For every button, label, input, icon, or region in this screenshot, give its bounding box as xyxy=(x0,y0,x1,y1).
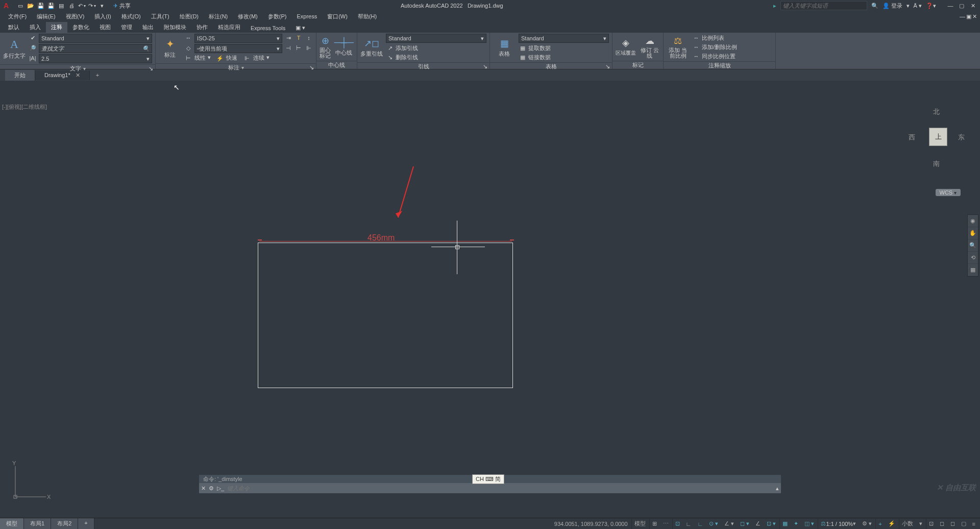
ime-indicator[interactable]: CH ⌨ 简 xyxy=(472,474,504,484)
new-icon[interactable]: ▭ xyxy=(16,2,24,10)
dimension-text[interactable]: 456mm xyxy=(368,233,395,243)
viewport-label[interactable]: [-][俯视][二维线框] xyxy=(2,103,47,111)
dim-i2-icon[interactable]: T xyxy=(295,34,303,42)
status-full-icon[interactable]: ◻ xyxy=(948,519,958,529)
dim-i4-icon[interactable]: ⊣ xyxy=(284,44,292,52)
rectangle-object[interactable] xyxy=(258,243,513,388)
modeltab-add[interactable]: + xyxy=(78,518,94,529)
text-height-dropdown[interactable]: 2.5▾ xyxy=(39,54,152,63)
modeltab-model[interactable]: 模型 xyxy=(0,518,24,529)
panel-label-leader[interactable]: 引线↘ xyxy=(357,62,489,70)
ribbon-tab-collaborate[interactable]: 协作 xyxy=(191,22,213,33)
drawing-viewport[interactable]: [-][俯视][二维线框] ↖ 456mm 北 西 东 南 上 WCS ▾ ◉ … xyxy=(0,102,980,506)
dim-i1-icon[interactable]: ⇥ xyxy=(284,34,292,42)
status-sel-icon[interactable]: ▦ xyxy=(779,519,790,529)
close-button[interactable]: ✕ xyxy=(968,2,978,10)
modeltab-layout1[interactable]: 布局1 xyxy=(24,518,51,529)
status-qs-icon[interactable]: ⊡ xyxy=(926,519,936,529)
app-logo-icon[interactable]: A xyxy=(2,2,10,10)
nav-pan-icon[interactable]: ✋ xyxy=(968,227,978,239)
remove-leader-icon[interactable]: ↘ xyxy=(386,53,394,61)
menu-parametric[interactable]: 参数(P) xyxy=(263,12,292,21)
ribbon-tab-default[interactable]: 默认 xyxy=(3,22,24,33)
status-ann2-icon[interactable]: ⚡ xyxy=(886,519,898,529)
status-more-icon[interactable]: ⋯ xyxy=(660,519,671,529)
status-ann-icon[interactable]: + xyxy=(875,519,884,529)
link-button[interactable]: 链接数据 xyxy=(528,54,551,60)
search-arrow-icon[interactable]: ▸ xyxy=(773,3,776,9)
ribbon-tab-output[interactable]: 输出 xyxy=(137,22,159,33)
remove-leader-button[interactable]: 删除引线 xyxy=(396,54,418,60)
menu-window[interactable]: 窗口(W) xyxy=(322,12,353,21)
share-button[interactable]: ✈ 共享 xyxy=(113,2,131,10)
quick-icon[interactable]: ⚡ xyxy=(216,54,224,62)
linear-button[interactable]: 线性 xyxy=(194,54,206,62)
extract-icon[interactable]: ▦ xyxy=(519,44,527,52)
continue-button[interactable]: 连续 xyxy=(253,54,264,62)
redo-icon[interactable]: ↷▾ xyxy=(88,2,96,10)
linear-icon[interactable]: ⊢ xyxy=(184,54,192,62)
status-trans-icon[interactable]: ⊡ ▾ xyxy=(764,519,778,529)
viewcube-top[interactable]: 上 xyxy=(929,128,947,146)
menu-edit[interactable]: 编辑(E) xyxy=(32,12,61,21)
mleader-button[interactable]: ↗◻多重引线 xyxy=(360,38,383,58)
panel-label-dim[interactable]: 标注 ▾↘ xyxy=(156,63,316,71)
cmd-up-icon[interactable]: ▴ xyxy=(776,485,779,492)
menu-insert[interactable]: 插入(I) xyxy=(89,12,116,21)
minimize-button[interactable]: — xyxy=(945,2,955,10)
search-input[interactable] xyxy=(780,1,867,10)
nav-showmotion-icon[interactable]: ▦ xyxy=(968,264,978,276)
centerline-button[interactable]: ─┼─中心线 xyxy=(334,37,354,57)
status-polar-icon[interactable]: ⊙ ▾ xyxy=(706,519,721,529)
centermark-button[interactable]: ⊕圆心 标记 xyxy=(320,35,331,59)
undo-icon[interactable]: ↶▾ xyxy=(78,2,86,10)
status-clean-icon[interactable]: ▢ xyxy=(959,519,969,529)
leader-style-dropdown[interactable]: Standard▾ xyxy=(386,34,486,43)
status-decimal[interactable]: 小数 xyxy=(899,519,916,529)
sync-button[interactable]: 同步比例位置 xyxy=(702,53,736,59)
command-input[interactable] xyxy=(227,485,773,491)
menu-express[interactable]: Express xyxy=(291,12,322,20)
panel-label-table[interactable]: 表格↘ xyxy=(490,62,612,70)
table-button[interactable]: ▦表格 xyxy=(493,38,516,58)
menu-draw[interactable]: 绘图(D) xyxy=(175,12,204,21)
app-menu-1-icon[interactable]: ▾ xyxy=(906,3,910,9)
save-icon[interactable]: 💾 xyxy=(37,2,45,10)
status-lw-icon[interactable]: ∠ xyxy=(753,519,763,529)
menu-tools[interactable]: 工具(T) xyxy=(146,12,175,21)
status-dyn-icon[interactable]: ◫ ▾ xyxy=(802,519,817,529)
dim-i5-icon[interactable]: ⊢ xyxy=(295,44,303,52)
tab-close-icon[interactable]: ✕ xyxy=(76,72,80,78)
text-style-dropdown[interactable]: Standard▾ xyxy=(39,34,152,43)
search-icon[interactable]: 🔍 xyxy=(871,3,878,9)
help-icon[interactable]: ❓▾ xyxy=(926,3,936,9)
status-ortho-icon[interactable]: ∟ xyxy=(695,519,705,529)
status-grid-icon[interactable]: ⊞ xyxy=(649,519,659,529)
open-web-icon[interactable]: ▤ xyxy=(57,2,65,10)
scalelist-button[interactable]: 比例列表 xyxy=(702,35,724,41)
viewcube[interactable]: 北 西 东 南 上 xyxy=(909,107,965,179)
scalelist-icon[interactable]: ↔ xyxy=(692,34,700,42)
menu-dimension[interactable]: 标注(N) xyxy=(204,12,233,21)
ribbon-tab-annotate[interactable]: 注释 xyxy=(46,22,67,33)
extract-button[interactable]: 提取数据 xyxy=(528,45,551,51)
table-style-dropdown[interactable]: Standard▾ xyxy=(519,34,609,43)
status-gear-icon[interactable]: ⚙ ▾ xyxy=(860,519,874,529)
dim-i6-icon[interactable]: ⊩ xyxy=(305,44,313,52)
quick-button[interactable]: 快速 xyxy=(226,54,237,62)
add-leader-button[interactable]: 添加引线 xyxy=(396,45,418,51)
status-infer-icon[interactable]: ∟ xyxy=(683,519,694,529)
revcloud-button[interactable]: ☁修订 云线 xyxy=(640,35,660,59)
cmd-close-icon[interactable]: ✕ xyxy=(201,485,206,492)
panel-label-text[interactable]: 文字 ▾↘ xyxy=(0,64,155,73)
doc-close-button[interactable]: ✕ xyxy=(972,13,977,20)
height-icon[interactable]: |A| xyxy=(29,54,37,62)
find-icon[interactable]: 🔎 xyxy=(29,44,37,52)
wipeout-button[interactable]: ◈区域覆盖 xyxy=(616,37,636,57)
ribbon-tab-extra-icon[interactable]: ▣ ▾ xyxy=(290,23,310,33)
plot-icon[interactable]: 🖨 xyxy=(67,2,76,10)
login-button[interactable]: 👤 登录 xyxy=(883,2,902,10)
ribbon-tab-parametric[interactable]: 参数化 xyxy=(67,22,94,33)
status-scale[interactable]: ⚖ 1:1 / 100% ▾ xyxy=(818,519,859,529)
doc-restore-button[interactable]: ▣ xyxy=(966,13,971,20)
